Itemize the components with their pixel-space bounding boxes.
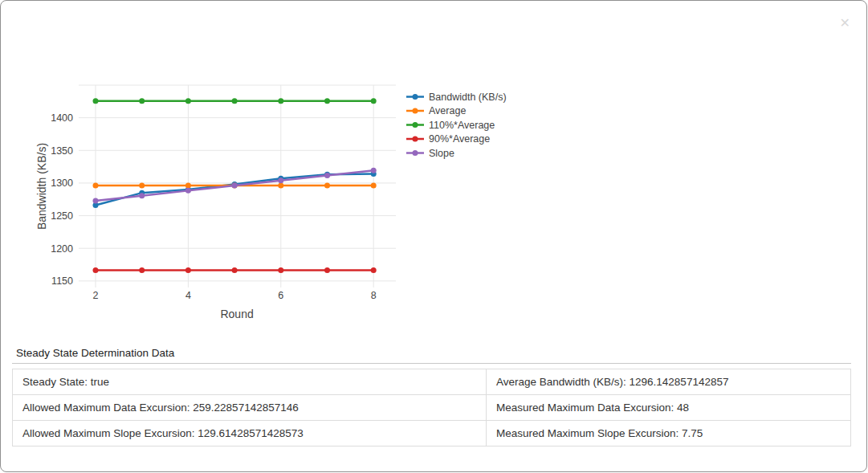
x-tick-label: 8 xyxy=(371,290,377,301)
table-cell: Measured Maximum Slope Excursion: 7.75 xyxy=(486,421,850,446)
steady-state-table: Steady State: trueAverage Bandwidth (KB/… xyxy=(12,369,851,446)
y-tick-label: 1300 xyxy=(51,177,73,189)
legend-marker-swatch xyxy=(413,94,418,100)
series-marker xyxy=(139,193,145,198)
series-marker xyxy=(278,177,283,183)
series-90-average xyxy=(93,267,377,273)
table-cell: Average Bandwidth (KB/s): 1296.142857142… xyxy=(486,369,850,395)
series-marker xyxy=(278,98,283,104)
y-tick-label: 1400 xyxy=(51,112,73,124)
series-marker xyxy=(93,267,99,273)
series-marker xyxy=(185,183,191,189)
series-marker xyxy=(139,98,145,104)
bandwidth-chart: 1150120012501300135014002468RoundBandwid… xyxy=(1,77,531,326)
legend-marker-swatch xyxy=(413,150,418,156)
x-tick-label: 4 xyxy=(185,290,191,301)
table-row: Allowed Maximum Data Excursion: 259.2285… xyxy=(13,395,851,421)
series-marker xyxy=(185,98,191,104)
series-marker xyxy=(139,267,145,273)
series-marker xyxy=(371,168,377,173)
y-tick-label: 1150 xyxy=(51,275,73,287)
legend-item[interactable]: 90%*Average xyxy=(406,133,490,145)
series-marker xyxy=(185,267,191,273)
series-marker xyxy=(324,173,330,178)
series-marker xyxy=(371,183,377,189)
legend-label: Bandwidth (KB/s) xyxy=(429,92,507,103)
series-marker xyxy=(278,183,283,189)
legend-item[interactable]: 110%*Average xyxy=(406,120,495,131)
series-marker xyxy=(232,98,238,104)
y-tick-label: 1250 xyxy=(51,210,73,222)
series-line xyxy=(96,174,373,206)
x-tick-label: 2 xyxy=(93,290,99,301)
series-marker xyxy=(93,98,99,104)
series-marker xyxy=(324,98,330,104)
series-marker xyxy=(232,267,238,273)
series-bandwidth-kb-s- xyxy=(93,171,377,208)
y-tick-label: 1350 xyxy=(51,145,73,157)
series-marker xyxy=(371,267,377,273)
legend-label: Slope xyxy=(429,148,454,159)
legend-item[interactable]: Average xyxy=(406,105,466,116)
series-marker xyxy=(93,198,99,203)
legend-label: 90%*Average xyxy=(429,133,490,145)
series-marker xyxy=(185,188,191,194)
section-title: Steady State Determination Data xyxy=(12,347,851,364)
series-marker xyxy=(371,98,377,104)
x-axis-title: Round xyxy=(220,308,253,320)
chart-svg: 1150120012501300135014002468RoundBandwid… xyxy=(1,77,531,326)
series-marker xyxy=(324,267,330,273)
legend-marker-swatch xyxy=(413,137,418,142)
y-tick-label: 1200 xyxy=(51,243,73,255)
series-110-average xyxy=(93,98,377,104)
legend-marker-swatch xyxy=(413,122,418,128)
legend-item[interactable]: Bandwidth (KB/s) xyxy=(406,92,507,103)
legend-item[interactable]: Slope xyxy=(406,148,454,159)
series-marker xyxy=(278,267,283,273)
legend-label: 110%*Average xyxy=(429,120,495,131)
close-icon[interactable]: ✕ xyxy=(840,17,850,30)
series-marker xyxy=(139,183,145,189)
y-axis-title: Bandwidth (KB/s) xyxy=(35,143,48,230)
table-cell: Measured Maximum Data Excursion: 48 xyxy=(486,395,850,421)
table-row: Allowed Maximum Slope Excursion: 129.614… xyxy=(13,421,851,446)
table-cell: Steady State: true xyxy=(13,369,487,395)
series-marker xyxy=(93,183,99,189)
x-tick-label: 6 xyxy=(278,290,283,301)
steady-state-section: Steady State Determination Data Steady S… xyxy=(12,347,851,446)
steady-state-dialog: ✕ 1150120012501300135014002468RoundBandw… xyxy=(0,0,867,472)
table-cell: Allowed Maximum Slope Excursion: 129.614… xyxy=(13,421,487,446)
legend-marker-swatch xyxy=(413,108,418,114)
legend-label: Average xyxy=(429,105,466,116)
table-row: Steady State: trueAverage Bandwidth (KB/… xyxy=(13,369,851,395)
series-marker xyxy=(324,183,330,189)
table-cell: Allowed Maximum Data Excursion: 259.2285… xyxy=(13,395,487,421)
series-marker xyxy=(232,183,238,189)
